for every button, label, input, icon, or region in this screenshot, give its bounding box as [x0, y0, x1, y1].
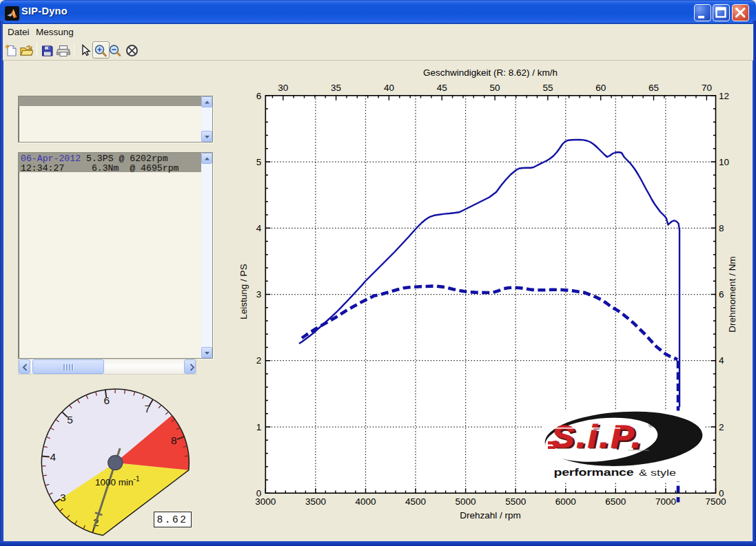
svg-text:30: 30 [278, 83, 288, 93]
svg-text:50: 50 [490, 83, 500, 93]
svg-text:Drehzahl / rpm: Drehzahl / rpm [460, 510, 521, 521]
svg-text:Leistung / PS: Leistung / PS [238, 264, 249, 319]
svg-text:6000: 6000 [555, 496, 576, 507]
svg-text:65: 65 [648, 83, 659, 93]
svg-text:5000: 5000 [456, 496, 476, 507]
svg-text:Geschwindigkeit (R: 8.62) / km: Geschwindigkeit (R: 8.62) / km/h [423, 67, 558, 78]
svg-text:3: 3 [60, 492, 66, 503]
svg-text:7000: 7000 [655, 496, 676, 507]
svg-text:2: 2 [256, 355, 262, 366]
svg-text:3: 3 [256, 289, 262, 300]
svg-text:& style: & style [639, 468, 676, 477]
svg-text:3000: 3000 [255, 496, 276, 507]
svg-text:12: 12 [719, 91, 729, 101]
svg-text:4: 4 [719, 355, 724, 366]
svg-text:®: ® [648, 422, 653, 429]
svg-text:4: 4 [256, 223, 262, 233]
svg-text:5: 5 [67, 414, 73, 426]
svg-text:70: 70 [702, 83, 712, 93]
svg-text:10: 10 [719, 157, 729, 167]
svg-text:40: 40 [384, 83, 394, 93]
svg-text:4500: 4500 [405, 496, 426, 507]
svg-text:4: 4 [50, 451, 56, 463]
svg-text:7: 7 [144, 403, 150, 414]
svg-text:7500: 7500 [705, 496, 726, 507]
svg-text:35: 35 [331, 83, 341, 93]
svg-text:8: 8 [171, 434, 177, 446]
svg-text:2: 2 [719, 422, 724, 432]
svg-text:3500: 3500 [305, 496, 326, 507]
svg-text:4000: 4000 [355, 496, 376, 507]
svg-text:Drehmoment / Nm: Drehmoment / Nm [727, 256, 737, 332]
svg-text:1000 min-1: 1000 min-1 [95, 475, 140, 487]
svg-text:8: 8 [719, 223, 724, 233]
svg-text:6500: 6500 [605, 496, 626, 507]
svg-text:5500: 5500 [505, 496, 526, 507]
svg-text:scootershop.com: scootershop.com [628, 448, 649, 452]
svg-text:60: 60 [595, 83, 606, 93]
svg-text:6: 6 [719, 289, 724, 300]
svg-text:1: 1 [256, 422, 262, 432]
svg-text:6: 6 [104, 395, 110, 406]
svg-text:6: 6 [256, 91, 262, 101]
svg-text:5: 5 [256, 157, 262, 167]
svg-text:45: 45 [437, 83, 447, 93]
svg-text:performance: performance [554, 468, 634, 479]
svg-text:55: 55 [542, 83, 553, 93]
